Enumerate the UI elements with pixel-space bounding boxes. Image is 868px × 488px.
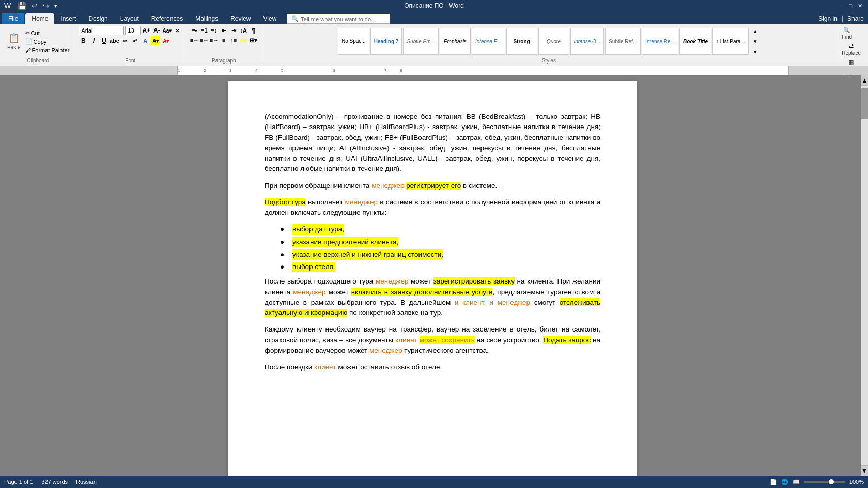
scroll-down-button[interactable]: ▼ <box>861 465 868 476</box>
decrease-indent-button[interactable]: ⇤ <box>219 26 228 35</box>
window-title: Описание ПО - Word <box>404 2 464 9</box>
text-leave-review: оставить отзыв об отеле <box>360 363 440 371</box>
style-book-title[interactable]: Book Title <box>679 28 711 55</box>
share-button[interactable]: Share <box>847 15 864 22</box>
line-spacing-button[interactable]: ↕≡ <box>229 36 238 45</box>
highlight-button[interactable]: A▾ <box>151 36 160 45</box>
strikethrough-button[interactable]: abc <box>110 36 119 45</box>
show-formatting-button[interactable]: ¶ <box>249 26 258 35</box>
underline-button[interactable]: U <box>99 36 109 45</box>
style-no-spacing[interactable]: No Spac... <box>338 28 369 55</box>
customize-quick-access[interactable]: ▾ <box>53 3 58 9</box>
status-right: 📄 🌐 📖 100% <box>770 479 864 485</box>
style-subtle-em[interactable]: Subtle Em... <box>403 28 438 55</box>
editing-group: 🔍 Find ⇄ Replace ▦ Select ▾ Editing <box>836 25 866 65</box>
tab-home[interactable]: Home <box>25 13 54 24</box>
copy-button[interactable]: 📄 Copy <box>24 38 71 45</box>
bold-button[interactable]: B <box>79 36 88 45</box>
change-case-button[interactable]: Aa▾ <box>162 26 172 35</box>
undo-button[interactable]: ↩ <box>30 1 39 10</box>
text-tour-selection: Подбор тура <box>265 198 306 206</box>
bullet-dot: ● <box>280 237 288 247</box>
bullet-text-2: указание предпочтений клиента, <box>292 237 398 247</box>
layout-read-button[interactable]: 📖 <box>793 479 800 485</box>
tab-layout[interactable]: Layout <box>114 13 145 24</box>
zoom-slider[interactable] <box>804 481 845 483</box>
font-shrink-button[interactable]: A- <box>152 26 161 35</box>
layout-web-button[interactable]: 🌐 <box>781 479 788 485</box>
text-effects-button[interactable]: A <box>141 36 150 45</box>
styles-scroll-up[interactable]: ▲ <box>751 26 760 36</box>
scroll-thumb[interactable] <box>861 88 868 119</box>
scroll-up-button[interactable]: ▲ <box>861 75 868 86</box>
subscript-button[interactable]: x₂ <box>120 36 129 45</box>
format-painter-button[interactable]: 🖌 Format Painter <box>24 46 71 54</box>
styles-scroll-down[interactable]: ▼ <box>751 37 760 46</box>
style-subtle-ref[interactable]: Subtle Ref... <box>605 28 641 55</box>
text-submit-request: Подать запрос <box>543 336 591 344</box>
paragraph-2: При первом обращении клиента менеджер ре… <box>265 181 600 191</box>
styles-expand[interactable]: ▾ <box>751 47 760 56</box>
page-indicator: Page 1 of 1 <box>4 479 33 485</box>
text-manager-p4a: менеджер <box>376 277 408 285</box>
minimize-button[interactable]: ─ <box>837 2 845 10</box>
signin-button[interactable]: Sign in <box>818 15 838 22</box>
bullets-button[interactable]: ≡• <box>190 26 199 35</box>
style-list-para[interactable]: ↑ List Para... <box>712 28 749 55</box>
font-grow-button[interactable]: A+ <box>142 26 151 35</box>
tab-insert[interactable]: Insert <box>54 13 82 24</box>
replace-button[interactable]: ⇄ Replace <box>840 42 863 57</box>
save-button[interactable]: 💾 <box>16 1 28 10</box>
text-client-save: клиент <box>395 336 417 344</box>
tell-me-box[interactable]: 🔍 Tell me what you want to do... <box>287 14 390 24</box>
font-color-button[interactable]: A▾ <box>161 36 171 45</box>
cut-button[interactable]: ✂ Cut <box>24 29 71 37</box>
shading-button[interactable]: A▾ <box>239 36 248 45</box>
close-button[interactable]: ✕ <box>856 2 864 10</box>
font-size-selector[interactable]: 13 <box>125 26 141 35</box>
layout-print-button[interactable]: 📄 <box>770 479 777 485</box>
page-container[interactable]: (AccommodationOnly) – проживание в номер… <box>4 75 861 476</box>
style-intense-re[interactable]: Intense Re... <box>642 28 678 55</box>
copy-icon: 📄 <box>25 38 33 45</box>
borders-button[interactable]: ⊞▾ <box>249 36 258 45</box>
title-bar-left: W 💾 ↩ ↪ ▾ <box>4 0 61 11</box>
align-center-button[interactable]: ≡↔ <box>199 36 209 45</box>
tab-mailings[interactable]: Mailings <box>189 13 224 24</box>
style-intense-q[interactable]: Intense Q... <box>570 28 605 55</box>
sort-button[interactable]: ↕A <box>239 26 248 35</box>
bullet-item-4: ● выбор отеля. <box>280 262 600 272</box>
justify-button[interactable]: ≡ <box>219 36 228 45</box>
tab-file[interactable]: File <box>2 13 24 24</box>
vertical-scrollbar[interactable]: ▲ ▼ <box>861 75 868 476</box>
style-intense-e[interactable]: Intense E... <box>472 28 505 55</box>
clear-formatting-button[interactable]: ✕ <box>173 26 182 35</box>
tab-view[interactable]: View <box>257 13 283 24</box>
redo-button[interactable]: ↪ <box>41 1 51 10</box>
style-emphasis[interactable]: Emphasis <box>440 28 471 55</box>
bullet-dot: ● <box>280 224 288 234</box>
find-icon: 🔍 <box>843 27 850 34</box>
font-selector: Arial 13 A+ A- Aa▾ ✕ B I U abc x₂ x² A A… <box>79 26 182 45</box>
font-name-selector[interactable]: Arial <box>79 26 124 35</box>
find-button[interactable]: 🔍 Find <box>840 26 854 41</box>
restore-button[interactable]: ◻ <box>846 2 855 10</box>
content-area: (AccommodationOnly) – проживание в номер… <box>0 75 868 476</box>
align-right-button[interactable]: ≡→ <box>209 36 219 45</box>
tab-design[interactable]: Design <box>82 13 114 24</box>
increase-indent-button[interactable]: ⇥ <box>229 26 238 35</box>
style-quote[interactable]: Quote <box>538 28 569 55</box>
tab-references[interactable]: References <box>145 13 189 24</box>
italic-button[interactable]: I <box>89 36 98 45</box>
paste-button[interactable]: 📋 Paste <box>5 32 23 51</box>
paragraph-1: (AccommodationOnly) – проживание в номер… <box>265 112 600 175</box>
style-strong[interactable]: Strong <box>506 28 537 55</box>
text-manager-p3: менеджер <box>345 198 378 206</box>
align-left-button[interactable]: ≡← <box>190 36 199 45</box>
style-heading7[interactable]: Heading 7 <box>370 28 402 55</box>
ribbon: 📋 Paste ✂ Cut 📄 Copy 🖌 Format Painter Cl… <box>0 24 868 66</box>
tab-review[interactable]: Review <box>224 13 257 24</box>
multilevel-list-button[interactable]: ≡↕ <box>209 26 219 35</box>
superscript-button[interactable]: x² <box>130 36 140 45</box>
numbering-button[interactable]: ≡1 <box>199 26 209 35</box>
